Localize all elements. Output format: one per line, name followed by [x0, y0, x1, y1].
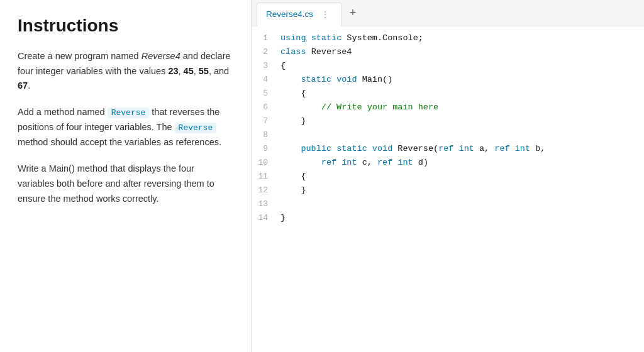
- line-num-1: 1: [252, 31, 278, 45]
- add-tab-button[interactable]: +: [344, 4, 362, 22]
- code-line-11: 11 {: [252, 170, 644, 184]
- line-num-6: 6: [252, 101, 278, 114]
- code-line-12: 12 }: [252, 184, 644, 197]
- code-line-7: 7 }: [252, 114, 644, 128]
- value-23: 23: [168, 66, 178, 76]
- line-num-2: 2: [252, 45, 278, 59]
- code-line-5: 5 {: [252, 87, 644, 101]
- italic-reverse4: Reverse4: [142, 51, 180, 61]
- code-line-4: 4 static void Main(): [252, 73, 644, 87]
- instructions-title: Instructions: [18, 15, 233, 36]
- editor-panel: Reverse4.cs ⋮ + 1 using static System.Co…: [252, 0, 644, 352]
- code-reverse-2: Reverse: [175, 123, 217, 133]
- line-code-5: {: [278, 87, 644, 101]
- line-num-14: 14: [252, 211, 278, 225]
- code-line-1: 1 using static System.Console;: [252, 31, 644, 45]
- line-code-7: }: [278, 114, 644, 128]
- value-45: 45: [184, 66, 194, 76]
- code-editor-area[interactable]: 1 using static System.Console; 2 class R…: [252, 26, 644, 352]
- line-code-1: using static System.Console;: [278, 31, 644, 45]
- code-reverse-1: Reverse: [108, 107, 150, 118]
- tab-bar: Reverse4.cs ⋮ +: [252, 0, 644, 26]
- tab-reverse4[interactable]: Reverse4.cs ⋮: [257, 3, 341, 26]
- instructions-panel: Instructions Create a new program named …: [0, 0, 252, 352]
- code-line-3: 3 {: [252, 59, 644, 73]
- line-num-13: 13: [252, 197, 278, 211]
- code-line-8: 8: [252, 128, 644, 142]
- line-num-12: 12: [252, 184, 278, 197]
- line-num-11: 11: [252, 170, 278, 184]
- line-code-6: // Write your main here: [278, 101, 644, 114]
- line-code-2: class Reverse4: [278, 45, 644, 59]
- instructions-body: Create a new program named Reverse4 and …: [18, 49, 233, 207]
- line-num-10: 10: [252, 156, 278, 170]
- value-55: 55: [199, 66, 209, 76]
- tab-filename: Reverse4.cs: [266, 9, 313, 19]
- line-code-3: {: [278, 59, 644, 73]
- line-num-5: 5: [252, 87, 278, 101]
- line-num-3: 3: [252, 59, 278, 73]
- value-67: 67: [18, 80, 28, 91]
- line-code-11: {: [278, 170, 644, 184]
- code-line-10: 10 ref int c, ref int d): [252, 156, 644, 170]
- line-code-4: static void Main(): [278, 73, 644, 87]
- line-num-4: 4: [252, 73, 278, 87]
- code-line-14: 14 }: [252, 211, 644, 225]
- line-code-9: public static void Reverse(ref int a, re…: [278, 142, 644, 156]
- tab-separator-icon: ⋮: [321, 9, 330, 19]
- line-code-14: }: [278, 211, 644, 225]
- instruction-paragraph-2: Add a method named Reverse that reverses…: [18, 105, 233, 150]
- line-num-8: 8: [252, 128, 278, 142]
- code-line-6: 6 // Write your main here: [252, 101, 644, 114]
- instruction-paragraph-3: Write a Main() method that displays the …: [18, 162, 233, 207]
- instruction-paragraph-1: Create a new program named Reverse4 and …: [18, 49, 233, 94]
- line-code-10: ref int c, ref int d): [278, 156, 644, 170]
- line-num-7: 7: [252, 114, 278, 128]
- code-line-2: 2 class Reverse4: [252, 45, 644, 59]
- line-code-12: }: [278, 184, 644, 197]
- line-num-9: 9: [252, 142, 278, 156]
- code-line-13: 13: [252, 197, 644, 211]
- code-line-9: 9 public static void Reverse(ref int a, …: [252, 142, 644, 156]
